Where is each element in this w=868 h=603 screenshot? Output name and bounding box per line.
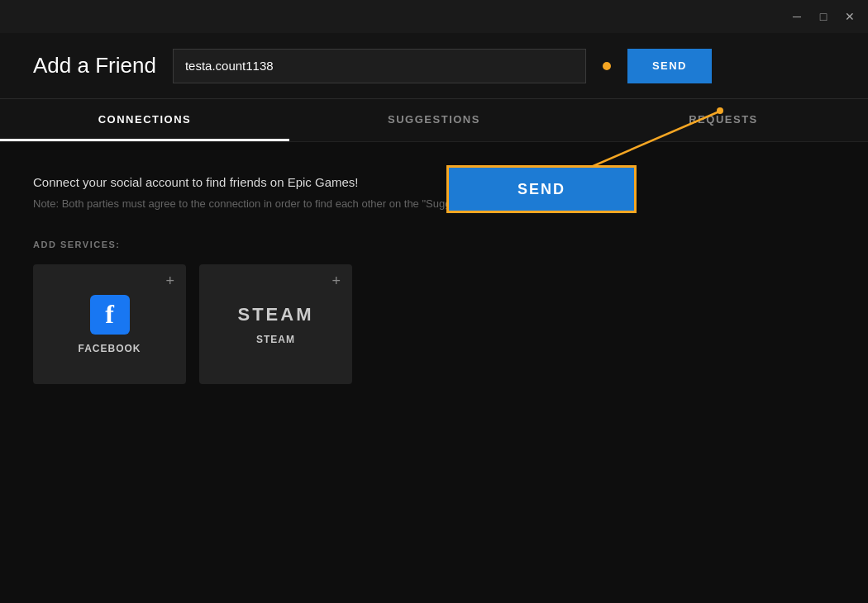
connect-note: Note: Both parties must agree to the con… bbox=[33, 197, 835, 210]
tabs-bar: CONNECTIONS SUGGESTIONS REQUESTS bbox=[0, 99, 868, 142]
maximize-button[interactable]: □ bbox=[812, 7, 835, 26]
facebook-service-card[interactable]: + f FACEBOOK bbox=[33, 264, 186, 384]
add-services-label: ADD SERVICES: bbox=[33, 240, 835, 249]
steam-icon: STEAM bbox=[238, 304, 314, 325]
minimize-button[interactable]: ─ bbox=[785, 7, 808, 26]
connect-title: Connect your social account to find frie… bbox=[33, 175, 835, 189]
tab-connections[interactable]: CONNECTIONS bbox=[0, 99, 289, 141]
content-area: Connect your social account to find frie… bbox=[0, 142, 868, 409]
facebook-plus-icon: + bbox=[165, 273, 174, 290]
tab-requests[interactable]: REQUESTS bbox=[579, 99, 868, 141]
facebook-icon: f bbox=[90, 295, 130, 335]
title-bar: ─ □ ✕ bbox=[0, 0, 868, 33]
facebook-label: FACEBOOK bbox=[78, 343, 141, 354]
steam-label: STEAM bbox=[256, 334, 295, 345]
search-dot-indicator bbox=[603, 62, 611, 70]
tab-suggestions[interactable]: SUGGESTIONS bbox=[289, 99, 579, 141]
header: Add a Friend SEND bbox=[0, 33, 868, 99]
close-button[interactable]: ✕ bbox=[838, 7, 861, 26]
steam-plus-icon: + bbox=[331, 273, 341, 290]
services-row: + f FACEBOOK + STEAM STEAM bbox=[33, 264, 835, 384]
page-title: Add a Friend bbox=[33, 53, 156, 78]
steam-service-card[interactable]: + STEAM STEAM bbox=[199, 264, 352, 384]
send-button-header[interactable]: SEND bbox=[627, 49, 712, 83]
search-input[interactable] bbox=[173, 49, 586, 83]
